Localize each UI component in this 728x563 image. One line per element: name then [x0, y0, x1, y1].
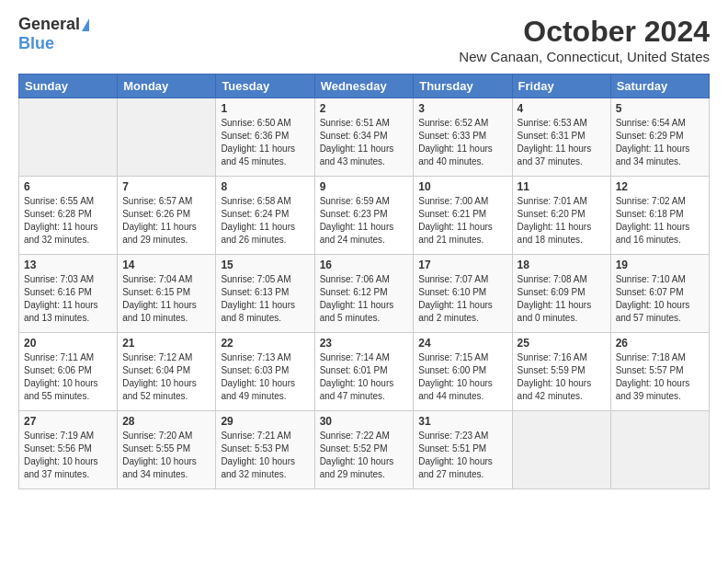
- calendar-subtitle: New Canaan, Connecticut, United States: [459, 49, 710, 64]
- day-number: 18: [518, 259, 606, 271]
- calendar-cell: 29Sunrise: 7:21 AMSunset: 5:53 PMDayligh…: [216, 411, 314, 489]
- calendar-cell: 14Sunrise: 7:04 AMSunset: 6:15 PMDayligh…: [118, 255, 216, 333]
- day-info: Sunrise: 7:10 AMSunset: 6:07 PMDaylight:…: [616, 273, 704, 325]
- day-number: 5: [616, 102, 704, 115]
- day-info: Sunrise: 7:13 AMSunset: 6:03 PMDaylight:…: [221, 351, 309, 403]
- calendar-cell: [118, 98, 216, 177]
- col-wednesday: Wednesday: [314, 75, 414, 98]
- calendar-table: Sunday Monday Tuesday Wednesday Thursday…: [18, 74, 710, 489]
- day-info: Sunrise: 6:52 AMSunset: 6:33 PMDaylight:…: [418, 117, 506, 168]
- calendar-cell: 3Sunrise: 6:52 AMSunset: 6:33 PMDaylight…: [414, 98, 512, 177]
- calendar-cell: 26Sunrise: 7:18 AMSunset: 5:57 PMDayligh…: [610, 333, 709, 411]
- calendar-week-row: 20Sunrise: 7:11 AMSunset: 6:06 PMDayligh…: [19, 333, 710, 411]
- calendar-cell: [610, 411, 709, 489]
- col-monday: Monday: [118, 75, 216, 98]
- col-saturday: Saturday: [610, 75, 709, 98]
- calendar-cell: 30Sunrise: 7:22 AMSunset: 5:52 PMDayligh…: [314, 411, 414, 489]
- calendar-cell: 19Sunrise: 7:10 AMSunset: 6:07 PMDayligh…: [610, 255, 709, 333]
- calendar-cell: 28Sunrise: 7:20 AMSunset: 5:55 PMDayligh…: [118, 411, 216, 489]
- day-info: Sunrise: 7:21 AMSunset: 5:53 PMDaylight:…: [221, 430, 309, 481]
- day-number: 13: [24, 259, 112, 271]
- calendar-cell: 5Sunrise: 6:54 AMSunset: 6:29 PMDaylight…: [610, 98, 709, 177]
- day-number: 9: [320, 180, 409, 193]
- calendar-cell: 27Sunrise: 7:19 AMSunset: 5:56 PMDayligh…: [19, 411, 118, 489]
- calendar-cell: 20Sunrise: 7:11 AMSunset: 6:06 PMDayligh…: [19, 333, 118, 411]
- day-number: 30: [320, 415, 409, 428]
- day-info: Sunrise: 7:08 AMSunset: 6:09 PMDaylight:…: [518, 273, 606, 325]
- calendar-cell: 18Sunrise: 7:08 AMSunset: 6:09 PMDayligh…: [512, 255, 610, 333]
- calendar-cell: 7Sunrise: 6:57 AMSunset: 6:26 PMDaylight…: [118, 177, 216, 255]
- logo-triangle-icon: [82, 18, 89, 31]
- calendar-cell: 1Sunrise: 6:50 AMSunset: 6:36 PMDaylight…: [216, 98, 314, 177]
- logo: General Blue: [18, 15, 89, 53]
- day-info: Sunrise: 6:54 AMSunset: 6:29 PMDaylight:…: [616, 117, 704, 168]
- day-number: 21: [122, 337, 210, 350]
- day-number: 31: [418, 415, 506, 428]
- day-info: Sunrise: 6:51 AMSunset: 6:34 PMDaylight:…: [320, 117, 409, 168]
- header: General Blue October 2024 New Canaan, Co…: [18, 15, 710, 64]
- day-number: 2: [320, 102, 409, 115]
- calendar-cell: 9Sunrise: 6:59 AMSunset: 6:23 PMDaylight…: [314, 177, 414, 255]
- day-info: Sunrise: 7:01 AMSunset: 6:20 PMDaylight:…: [518, 195, 606, 247]
- calendar-cell: 25Sunrise: 7:16 AMSunset: 5:59 PMDayligh…: [512, 333, 610, 411]
- day-info: Sunrise: 7:16 AMSunset: 5:59 PMDaylight:…: [518, 351, 606, 403]
- calendar-cell: 4Sunrise: 6:53 AMSunset: 6:31 PMDaylight…: [512, 98, 610, 177]
- calendar-cell: 23Sunrise: 7:14 AMSunset: 6:01 PMDayligh…: [314, 333, 414, 411]
- day-number: 6: [24, 180, 112, 193]
- day-info: Sunrise: 6:53 AMSunset: 6:31 PMDaylight:…: [518, 117, 606, 168]
- day-number: 20: [24, 337, 112, 350]
- calendar-week-row: 1Sunrise: 6:50 AMSunset: 6:36 PMDaylight…: [19, 98, 710, 177]
- col-friday: Friday: [512, 75, 610, 98]
- calendar-cell: 31Sunrise: 7:23 AMSunset: 5:51 PMDayligh…: [414, 411, 512, 489]
- day-info: Sunrise: 7:06 AMSunset: 6:12 PMDaylight:…: [320, 273, 409, 325]
- day-info: Sunrise: 7:22 AMSunset: 5:52 PMDaylight:…: [320, 430, 409, 481]
- day-number: 7: [122, 180, 210, 193]
- calendar-cell: 2Sunrise: 6:51 AMSunset: 6:34 PMDaylight…: [314, 98, 414, 177]
- day-info: Sunrise: 6:59 AMSunset: 6:23 PMDaylight:…: [320, 195, 409, 247]
- calendar-cell: 11Sunrise: 7:01 AMSunset: 6:20 PMDayligh…: [512, 177, 610, 255]
- day-number: 16: [320, 259, 409, 271]
- calendar-cell: 24Sunrise: 7:15 AMSunset: 6:00 PMDayligh…: [414, 333, 512, 411]
- day-info: Sunrise: 6:50 AMSunset: 6:36 PMDaylight:…: [221, 117, 309, 168]
- calendar-week-row: 6Sunrise: 6:55 AMSunset: 6:28 PMDaylight…: [19, 177, 710, 255]
- calendar-week-row: 27Sunrise: 7:19 AMSunset: 5:56 PMDayligh…: [19, 411, 710, 489]
- calendar-cell: 21Sunrise: 7:12 AMSunset: 6:04 PMDayligh…: [118, 333, 216, 411]
- calendar-cell: [512, 411, 610, 489]
- col-sunday: Sunday: [19, 75, 118, 98]
- calendar-cell: 17Sunrise: 7:07 AMSunset: 6:10 PMDayligh…: [414, 255, 512, 333]
- day-number: 19: [616, 259, 704, 271]
- day-number: 22: [221, 337, 309, 350]
- calendar-cell: 12Sunrise: 7:02 AMSunset: 6:18 PMDayligh…: [610, 177, 709, 255]
- day-info: Sunrise: 7:18 AMSunset: 5:57 PMDaylight:…: [616, 351, 704, 403]
- title-area: October 2024 New Canaan, Connecticut, Un…: [459, 15, 710, 64]
- day-info: Sunrise: 7:04 AMSunset: 6:15 PMDaylight:…: [122, 273, 210, 325]
- day-info: Sunrise: 7:19 AMSunset: 5:56 PMDaylight:…: [24, 430, 112, 481]
- day-number: 8: [221, 180, 309, 193]
- day-info: Sunrise: 7:12 AMSunset: 6:04 PMDaylight:…: [122, 351, 210, 403]
- page: General Blue October 2024 New Canaan, Co…: [0, 0, 728, 504]
- day-info: Sunrise: 6:58 AMSunset: 6:24 PMDaylight:…: [221, 195, 309, 247]
- day-info: Sunrise: 7:03 AMSunset: 6:16 PMDaylight:…: [24, 273, 112, 325]
- day-number: 3: [418, 102, 506, 115]
- day-info: Sunrise: 7:23 AMSunset: 5:51 PMDaylight:…: [418, 430, 506, 481]
- calendar-cell: 6Sunrise: 6:55 AMSunset: 6:28 PMDaylight…: [19, 177, 118, 255]
- calendar-cell: 16Sunrise: 7:06 AMSunset: 6:12 PMDayligh…: [314, 255, 414, 333]
- day-info: Sunrise: 7:05 AMSunset: 6:13 PMDaylight:…: [221, 273, 309, 325]
- day-number: 12: [616, 180, 704, 193]
- day-number: 24: [418, 337, 506, 350]
- calendar-cell: 10Sunrise: 7:00 AMSunset: 6:21 PMDayligh…: [414, 177, 512, 255]
- logo-general-text: General: [18, 15, 80, 34]
- day-info: Sunrise: 7:00 AMSunset: 6:21 PMDaylight:…: [418, 195, 506, 247]
- calendar-cell: [19, 98, 118, 177]
- day-info: Sunrise: 7:02 AMSunset: 6:18 PMDaylight:…: [616, 195, 704, 247]
- day-number: 1: [221, 102, 309, 115]
- day-info: Sunrise: 6:55 AMSunset: 6:28 PMDaylight:…: [24, 195, 112, 247]
- day-number: 23: [320, 337, 409, 350]
- day-info: Sunrise: 6:57 AMSunset: 6:26 PMDaylight:…: [122, 195, 210, 247]
- calendar-cell: 22Sunrise: 7:13 AMSunset: 6:03 PMDayligh…: [216, 333, 314, 411]
- calendar-cell: 8Sunrise: 6:58 AMSunset: 6:24 PMDaylight…: [216, 177, 314, 255]
- day-number: 26: [616, 337, 704, 350]
- day-number: 29: [221, 415, 309, 428]
- calendar-cell: 15Sunrise: 7:05 AMSunset: 6:13 PMDayligh…: [216, 255, 314, 333]
- day-number: 15: [221, 259, 309, 271]
